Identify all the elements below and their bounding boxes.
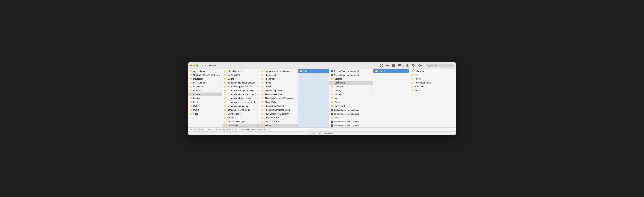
gallery-view-button[interactable] bbox=[397, 63, 402, 68]
list-item[interactable]: 📁Contacts› bbox=[222, 116, 259, 120]
list-item[interactable]: 📁com.apple.iTunesCloud› bbox=[222, 108, 259, 112]
search-input[interactable] bbox=[431, 64, 453, 67]
list-item[interactable]: 📁Developer › bbox=[188, 77, 222, 81]
list-item[interactable]: 📁Sites › bbox=[188, 112, 222, 116]
list-item[interactable]: 📁Compositions› bbox=[222, 112, 259, 116]
list-item[interactable]: 📁Personal Iden...n token driver› bbox=[259, 69, 298, 73]
toolbar-right: ▾ 🔍 bbox=[379, 63, 454, 68]
list-item[interactable]: 📁com.apple.internal.ck› bbox=[222, 104, 259, 108]
search-box[interactable]: 🔍 bbox=[426, 64, 454, 67]
list-item[interactable]: 📁Wallets bbox=[410, 88, 456, 92]
breadcrumb-item[interactable]: Data bbox=[246, 128, 250, 131]
list-item[interactable]: 📁My bbox=[410, 73, 456, 77]
tag-button[interactable] bbox=[411, 63, 416, 68]
list-view-button[interactable] bbox=[385, 63, 390, 68]
list-item[interactable]: 📁com.apple.blu...ervices.cloud› bbox=[222, 92, 259, 96]
list-item[interactable]: 📁com.apple.icl....searchpartyd› bbox=[222, 100, 259, 104]
chevron-icon: › bbox=[257, 90, 258, 92]
folder-icon: 📁 bbox=[190, 89, 192, 92]
list-item[interactable]: TipSelectView...w-thunk.dylib bbox=[329, 112, 373, 116]
list-item[interactable]: 📁Music › bbox=[188, 100, 222, 104]
breadcrumb-item[interactable]: Macintosh HD bbox=[190, 128, 205, 131]
list-item[interactable]: 📁PhotosReliveWidget› bbox=[259, 104, 298, 108]
chevron-icon: › bbox=[220, 97, 221, 99]
list-item[interactable]: 📁SystemData› bbox=[329, 104, 373, 108]
forward-button[interactable]: › bbox=[204, 64, 206, 68]
maximize-button[interactable] bbox=[196, 64, 198, 66]
list-item[interactable]: 📁Pictures› bbox=[329, 100, 373, 104]
dylib-icon bbox=[331, 74, 333, 76]
list-item[interactable]: 📁Containers› bbox=[222, 124, 259, 128]
list-item[interactable]: 📁Movies› bbox=[329, 92, 373, 96]
list-item[interactable]: 📁ColorPickers› bbox=[222, 73, 259, 77]
breadcrumb-item[interactable]: Library bbox=[220, 128, 226, 131]
list-item[interactable]: 📁PhotosPicker› bbox=[259, 100, 298, 104]
list-item[interactable]: AccountBadg...ew-thunk.dylib bbox=[329, 73, 373, 77]
folder-icon: 📁 bbox=[261, 85, 264, 88]
list-item[interactable]: 📁Planet › bbox=[373, 69, 409, 73]
list-item[interactable]: 📁com.apple.ai...nstrumentation› bbox=[222, 81, 259, 85]
action-button[interactable]: ▾ bbox=[417, 63, 423, 68]
list-item[interactable]: 📁Music› bbox=[329, 96, 373, 100]
column-view-button[interactable] bbox=[391, 63, 396, 68]
chevron-icon: › bbox=[371, 82, 372, 84]
folder-icon: 📁 bbox=[411, 74, 414, 76]
list-item[interactable]: 📁Dropbox › bbox=[188, 88, 222, 92]
list-item[interactable]: 📁Applications › bbox=[188, 69, 222, 73]
list-item[interactable]: 📁Library › bbox=[188, 92, 222, 96]
list-item[interactable]: 📁com.apple.Ap...ediaServices› bbox=[222, 88, 259, 92]
list-item[interactable]: 📁Photo Booth› bbox=[259, 73, 298, 77]
list-item[interactable]: 📁PhotoPicker› bbox=[259, 77, 298, 81]
list-item[interactable]: 📁Library› bbox=[329, 88, 373, 92]
chevron-icon: › bbox=[257, 101, 258, 103]
list-item[interactable]: 📁PICSDiagnosticExtension› bbox=[259, 112, 298, 116]
list-item[interactable]: 📁PhotosFileProvider› bbox=[259, 92, 298, 96]
list-item[interactable]: 📁tmp› bbox=[329, 116, 373, 120]
list-item[interactable]: 📁ContainerManager› bbox=[222, 120, 259, 124]
list-item[interactable]: AccountBadg...ew-thunk.dylib bbox=[329, 69, 373, 73]
list-item[interactable]: 📁Pixelmator Pro› bbox=[259, 120, 298, 124]
list-item[interactable]: 📁Photos› bbox=[259, 85, 298, 88]
breadcrumb-item[interactable]: Planet bbox=[239, 128, 244, 131]
list-item[interactable]: 📁Data › bbox=[298, 69, 329, 73]
list-item[interactable]: 📁Pixelmator Pro› bbox=[259, 116, 298, 120]
list-item[interactable]: 📁Photos› bbox=[259, 81, 298, 85]
list-item[interactable]: 📁Following› bbox=[410, 69, 456, 73]
tag-icon bbox=[412, 64, 415, 67]
list-item[interactable]: 📁com.apple.appleaccountd› bbox=[222, 85, 259, 88]
list-item[interactable]: 📁Desktop› bbox=[329, 77, 373, 81]
list-item[interactable]: WalletAccoun...w-thunk.dylib bbox=[329, 120, 373, 124]
minimize-button[interactable] bbox=[193, 64, 195, 66]
list-item[interactable]: 📁DOS Games › bbox=[188, 81, 222, 85]
breadcrumb-item[interactable]: Documents bbox=[252, 128, 262, 131]
chevron-icon: › bbox=[296, 113, 296, 115]
list-item[interactable]: 📁Documents› bbox=[329, 81, 373, 85]
list-item[interactable]: 📁com.apple.bluetoothuser› bbox=[222, 96, 259, 100]
breadcrumb-item[interactable]: Planet bbox=[264, 128, 270, 131]
list-item[interactable]: 📁Creative Clou...4D@AdobeID › bbox=[188, 73, 222, 77]
close-button[interactable] bbox=[190, 64, 192, 66]
list-item[interactable]: 📁PhotosDiagnostics› bbox=[259, 88, 298, 92]
list-item[interactable]: 📁Downloads› bbox=[329, 85, 373, 88]
list-item[interactable]: 📁Public bbox=[410, 77, 456, 81]
list-item[interactable]: WalletAccoun...w-thunk.dylib bbox=[329, 124, 373, 128]
breadcrumb-item[interactable]: Containers bbox=[228, 128, 237, 131]
list-item[interactable]: 📁Planet› bbox=[259, 124, 298, 128]
list-item[interactable]: TipSelectView...w-thunk.dylib bbox=[329, 108, 373, 112]
back-button[interactable]: ‹ bbox=[201, 64, 204, 68]
list-item[interactable]: 📁Colors› bbox=[222, 77, 259, 81]
list-item[interactable]: 📁Downloads › bbox=[188, 85, 222, 88]
list-item[interactable]: 📁CloudStorage› bbox=[222, 69, 259, 73]
list-item[interactable]: 📁Movies › bbox=[188, 96, 222, 100]
list-item[interactable]: 📁Templates bbox=[410, 85, 456, 88]
list-item[interactable]: 📁Public › bbox=[188, 108, 222, 112]
list-item[interactable]: 📁PhotosReliveWidgetIntents› bbox=[259, 108, 298, 112]
breadcrumb-sep: › bbox=[226, 128, 226, 130]
list-item[interactable]: 📁PublishedFolders bbox=[410, 81, 456, 85]
breadcrumb-item[interactable]: Users bbox=[207, 128, 212, 131]
breadcrumb-item[interactable]: livid bbox=[214, 128, 218, 131]
icon-view-button[interactable] bbox=[379, 63, 384, 68]
share-button[interactable] bbox=[405, 63, 410, 68]
list-item[interactable]: 📁PhotosMacM...ickerExtension› bbox=[259, 96, 298, 100]
list-item[interactable]: 📁Pictures › bbox=[188, 104, 222, 108]
